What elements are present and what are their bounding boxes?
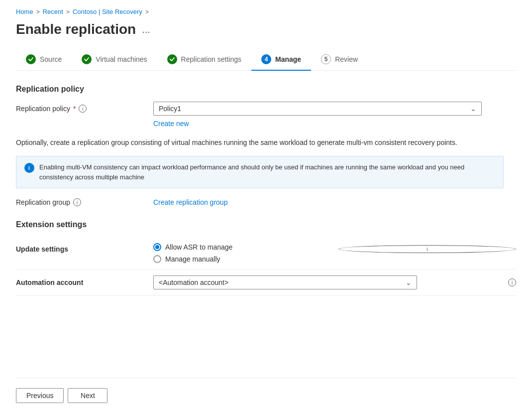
- replication-group-info-icon[interactable]: i: [73, 198, 81, 206]
- step-review-number: 5: [321, 54, 331, 64]
- step-review[interactable]: 5 Review: [311, 49, 368, 70]
- step-rep-label: Replication settings: [181, 55, 241, 63]
- info-box-text: Enabling multi-VM consistency can impact…: [39, 162, 495, 182]
- page-title: Enable replication: [16, 21, 136, 37]
- info-box-icon: i: [24, 163, 34, 173]
- required-indicator: *: [73, 105, 76, 113]
- step-replication-settings[interactable]: Replication settings: [157, 49, 251, 70]
- footer: Previous Next: [16, 378, 516, 403]
- step-vm-label: Virtual machines: [96, 55, 147, 63]
- replication-policy-chevron-icon: ⌄: [470, 105, 476, 113]
- step-manage-number: 4: [261, 54, 271, 64]
- step-review-label: Review: [335, 55, 358, 63]
- automation-account-dropdown[interactable]: <Automation account> ⌄: [153, 275, 417, 289]
- replication-policy-dropdown[interactable]: Policy1 ⌄: [153, 102, 482, 116]
- breadcrumb-sep-2: >: [66, 8, 70, 15]
- title-ellipsis-menu[interactable]: ...: [142, 24, 150, 35]
- replication-policy-row: Replication policy * i Policy1 ⌄: [16, 102, 516, 116]
- automation-account-info-icon[interactable]: i: [508, 278, 516, 286]
- replication-policy-section: Replication policy Replication policy * …: [16, 85, 516, 137]
- manage-manually-radio-icon: [153, 255, 161, 263]
- breadcrumb: Home > Recent > Contoso | Site Recovery …: [16, 8, 516, 15]
- allow-asr-radio-icon: [153, 243, 161, 251]
- step-source-label: Source: [40, 55, 62, 63]
- manage-manually-option[interactable]: Manage manually: [153, 255, 330, 263]
- update-settings-label: Update settings: [16, 243, 145, 253]
- step-source-check-icon: [26, 54, 36, 64]
- breadcrumb-recent[interactable]: Recent: [43, 8, 63, 15]
- create-replication-group-link[interactable]: Create replication group: [153, 198, 227, 206]
- replication-group-label-container: Replication group i: [16, 198, 145, 206]
- replication-policy-dropdown-value: Policy1: [159, 105, 181, 113]
- step-virtual-machines[interactable]: Virtual machines: [72, 49, 157, 70]
- automation-account-controls: <Automation account> ⌄ i: [153, 275, 516, 289]
- description-text: Optionally, create a replication group c…: [16, 137, 504, 148]
- info-box: i Enabling multi-VM consistency can impa…: [16, 156, 504, 188]
- next-button[interactable]: Next: [68, 388, 107, 403]
- step-source[interactable]: Source: [16, 49, 72, 70]
- breadcrumb-sep-3: >: [145, 8, 149, 15]
- replication-group-label: Replication group: [16, 198, 70, 206]
- step-vm-check-icon: [82, 54, 92, 64]
- allow-asr-option[interactable]: Allow ASR to manage: [153, 243, 330, 251]
- automation-account-row: Automation account <Automation account> …: [16, 270, 516, 296]
- replication-policy-label: Replication policy: [16, 105, 70, 113]
- replication-policy-info-icon[interactable]: i: [79, 105, 87, 113]
- breadcrumb-sep-1: >: [36, 8, 40, 15]
- step-manage-label: Manage: [275, 55, 301, 63]
- previous-button[interactable]: Previous: [16, 388, 64, 403]
- svg-text:i: i: [28, 165, 30, 171]
- breadcrumb-home[interactable]: Home: [16, 8, 33, 15]
- extension-settings-title: Extension settings: [16, 220, 516, 229]
- automation-account-label: Automation account: [16, 278, 145, 286]
- replication-policy-label-container: Replication policy * i: [16, 102, 145, 113]
- allow-asr-label: Allow ASR to manage: [165, 243, 232, 251]
- update-settings-row: Update settings Allow ASR to manage Mana…: [16, 237, 516, 270]
- extension-settings-section: Extension settings Update settings Allow…: [16, 220, 516, 296]
- replication-policy-section-title: Replication policy: [16, 85, 516, 94]
- automation-account-value: <Automation account>: [159, 278, 228, 286]
- update-settings-controls: Allow ASR to manage Manage manually: [153, 243, 330, 263]
- steps-nav: Source Virtual machines Replication sett…: [16, 49, 516, 71]
- update-settings-info-icon[interactable]: i: [338, 245, 517, 253]
- automation-account-chevron-icon: ⌄: [406, 278, 412, 286]
- create-new-link[interactable]: Create new: [153, 120, 189, 128]
- step-manage[interactable]: 4 Manage: [251, 49, 311, 70]
- manage-manually-label: Manage manually: [165, 255, 220, 263]
- step-rep-check-icon: [167, 54, 177, 64]
- replication-group-row: Replication group i Create replication g…: [16, 198, 516, 206]
- breadcrumb-contoso[interactable]: Contoso | Site Recovery: [73, 8, 142, 15]
